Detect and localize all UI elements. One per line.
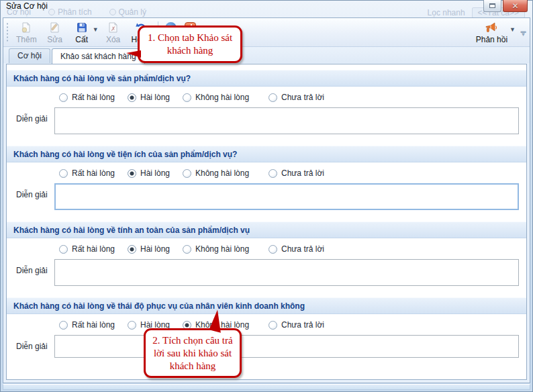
radio-rat-hai-long[interactable] [59,321,68,330]
feedback-button[interactable]: Phản hồi [471,19,512,46]
feedback-dropdown chevron-down-icon[interactable]: ▼ [510,26,516,33]
background-window-strip: Cơ hội Phân tích Quản lý Lọc nhanh <<Tất… [7,7,528,16]
delete-button-label: Xóa [106,35,120,44]
save-button-label: Cất [75,35,88,44]
toolbar-overflow-button[interactable]: ▬▼ [520,21,527,45]
option-rat-hai-long[interactable]: Rất hài lòng [59,244,128,254]
note-textarea-2[interactable] [54,183,519,210]
option-hai-long[interactable]: Hài lòng [128,168,183,178]
note-textarea-4[interactable] [54,335,519,358]
survey-panel: Khách hàng có hài lòng về sản phẩm/dịch … [6,64,527,380]
toolbar-grip-handle[interactable] [6,22,9,42]
option-rat-hai-long[interactable]: Rất hài lòng [59,168,128,178]
radio-icon [109,9,116,15]
close-icon: ✕ [512,1,518,11]
radio-chua-tra-loi[interactable] [269,93,277,102]
question-title: Khách hàng có hài lòng về thái độ phục v… [7,297,526,314]
callout-step-1: 1. Chọn tab Khảo sát khách hàng [138,26,242,63]
question-title: Khách hàng có hài lòng về sản phẩm/dịch … [7,70,526,87]
megaphone-icon [485,21,498,34]
option-hai-long[interactable]: Hài lòng [128,93,183,102]
background-nav-phan-tich: Phân tích [48,7,92,17]
note-textarea-3[interactable] [54,259,519,286]
new-document-icon [21,21,32,34]
answer-options: Rất hài lòng Hài lòng Không hài lòng Chư… [7,162,526,183]
tab-strip: Cơ hội Khảo sát khách hàng [3,47,530,63]
option-khong-hai-long[interactable]: Không hài lòng [183,93,269,102]
add-button-label: Thêm [16,35,37,44]
save-dropdown chevron-down-icon[interactable]: ▼ [93,26,99,33]
question-section-2: Khách hàng có hài lòng về tiện ích của s… [7,146,526,216]
background-nav-quan-ly: Quản lý [109,7,146,17]
option-chua-tra-loi[interactable]: Chưa trả lời [269,244,324,254]
edit-button-label: Sửa [47,35,62,44]
background-nav-co-hoi: Cơ hội [7,7,31,17]
title-bar: Sửa Cơ hội Cơ hội Phân tích Quản lý Lọc … [0,0,533,17]
feedback-button-label: Phản hồi [476,35,507,44]
toolbar: Thêm Sửa Cất ▼ ✗ Xóa Hoãn [3,18,530,47]
option-chua-tra-loi[interactable]: Chưa trả lời [269,320,324,330]
radio-chua-tra-loi[interactable] [269,321,277,330]
question-section-4: Khách hàng có hài lòng về thái độ phục v… [7,297,526,364]
option-khong-hai-long[interactable]: Không hài lòng [183,168,269,178]
radio-rat-hai-long[interactable] [59,169,68,178]
edit-opportunity-dialog: Thêm Sửa Cất ▼ ✗ Xóa Hoãn [3,17,530,383]
radio-khong-hai-long[interactable] [183,169,191,178]
option-rat-hai-long[interactable]: Rất hài lòng [59,93,128,102]
quick-filter-label: Lọc nhanh [428,8,465,17]
radio-khong-hai-long[interactable] [183,93,191,102]
close-window-button[interactable]: ✕ [503,0,528,12]
option-chua-tra-loi[interactable]: Chưa trả lời [269,168,324,178]
note-textarea-1[interactable] [54,107,519,134]
radio-rat-hai-long[interactable] [59,245,68,254]
note-label: Diễn giải [16,335,50,351]
edit-document-icon [50,21,60,34]
option-hai-long[interactable]: Hài lòng [128,244,183,254]
note-label: Diễn giải [16,259,50,275]
radio-hai-long[interactable] [128,321,136,330]
answer-options: Rất hài lòng Hài lòng Không hài lòng Chư… [7,87,526,107]
delete-document-icon: ✗ [108,21,119,34]
question-section-1: Khách hàng có hài lòng về sản phẩm/dịch … [7,70,526,140]
restore-window-button[interactable] [483,0,501,12]
floppy-disk-icon [77,21,87,34]
callout-tail-icon [126,50,141,58]
radio-chua-tra-loi[interactable] [269,169,277,178]
callout-step-2: 2. Tích chọn câu trả lời sau khi khảo sá… [144,328,242,378]
note-label: Diễn giải [16,107,50,124]
radio-rat-hai-long[interactable] [59,93,68,102]
option-chua-tra-loi[interactable]: Chưa trả lời [269,93,324,102]
radio-hai-long[interactable] [128,169,136,178]
radio-icon [48,9,55,15]
window-bottom-strip [3,384,530,390]
radio-khong-hai-long[interactable] [183,245,191,254]
add-button[interactable]: Thêm [11,19,42,46]
question-title: Khách hàng có hài lòng về tính an toàn c… [7,222,526,238]
option-rat-hai-long[interactable]: Rất hài lòng [59,320,128,330]
radio-chua-tra-loi[interactable] [269,245,277,254]
option-khong-hai-long[interactable]: Không hài lòng [183,244,269,254]
delete-button[interactable]: ✗ Xóa [100,19,127,46]
edit-button[interactable]: Sửa [42,19,68,46]
question-section-3: Khách hàng có hài lòng về tính an toàn c… [7,222,526,292]
restore-window-icon [489,3,495,8]
radio-hai-long[interactable] [128,93,136,102]
answer-options: Rất hài lòng Hài lòng Không hài lòng Chư… [7,238,526,258]
answer-options: Rất hài lòng Hài lòng Không hài lòng Chư… [7,314,526,334]
radio-hai-long[interactable] [128,245,136,254]
question-title: Khách hàng có hài lòng về tiện ích của s… [7,146,526,162]
svg-text:✗: ✗ [111,26,116,32]
note-label: Diễn giải [16,183,50,199]
tab-co-hoi[interactable]: Cơ hội [9,48,50,63]
save-button[interactable]: Cất [68,19,95,46]
